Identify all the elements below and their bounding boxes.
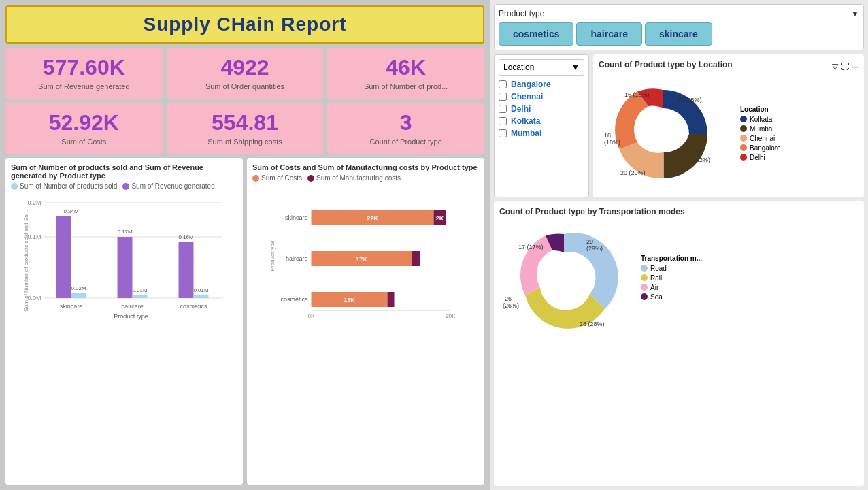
hbar-haircare-costs-label: 17K <box>356 256 367 263</box>
bar-label-skincare-revenue: 0.24M <box>63 208 79 214</box>
expand-icon[interactable]: ⛶ <box>841 62 849 71</box>
legend-color-revenue <box>122 183 129 190</box>
filter-icon[interactable]: ▽ <box>832 62 838 71</box>
bar-chart-svg: 0.2M 0.1M 0.0M Sum of Number of products… <box>11 193 237 329</box>
bar-haircare-revenue <box>118 237 133 298</box>
kpi-card-products: 46K Sum of Number of prod... <box>327 48 484 99</box>
location-label-mumbai: Mumbai <box>511 129 541 138</box>
donut1-label-mumbai2: (22%) <box>694 157 710 163</box>
bar-chart-container: 0.2M 0.1M 0.0M Sum of Number of products… <box>11 193 237 342</box>
bar-cosmetics-sold <box>194 295 209 298</box>
kpi-grid: 577.60K Sum of Revenue generated 4922 Su… <box>5 48 484 154</box>
donut1-label-delhi: 15 (15%) <box>624 91 650 98</box>
y-axis-label: 0.0M <box>27 295 41 301</box>
hbar-skincare-mfg-label: 2K <box>436 215 444 222</box>
x-label-haircare: haircare <box>121 303 144 310</box>
legend-item-revenue: Sum of Revenue generated <box>122 182 214 190</box>
kpi-card-product-type: 3 Count of Product type <box>327 103 484 154</box>
location-checkbox-mumbai[interactable] <box>499 129 507 137</box>
donut2-legend: Transportation m... Road Rail Air <box>641 255 702 303</box>
charts-row: Sum of Number of products sold and Sum o… <box>5 158 484 485</box>
legend-color-products-sold <box>11 183 18 190</box>
location-label-kolkata: Kolkata <box>511 116 540 126</box>
legend-item-products-sold: Sum of Number of products sold <box>11 182 117 190</box>
title-box: Supply CHain Report <box>5 5 484 44</box>
donut2-row: 29 (29%) 28 (28%) 26 (26%) 17 (17%) Tran… <box>499 220 858 336</box>
more-icon[interactable]: ··· <box>852 62 858 71</box>
donut1-label-mumbai: 22 <box>694 149 701 156</box>
dashboard: Supply CHain Report 577.60K Sum of Reven… <box>0 0 868 490</box>
kpi-value-revenue: 577.60K <box>12 56 156 80</box>
filter-btn-haircare[interactable]: haircare <box>576 22 641 46</box>
transport-panel: Count of Product type by Transportation … <box>494 201 864 486</box>
x-axis-title: Product type <box>114 313 148 320</box>
location-item-kolkata: Kolkata <box>499 115 584 127</box>
donut1-toolbar: ▽ ⛶ ··· <box>832 62 858 71</box>
chart1-panel: Sum of Number of products sold and Sum o… <box>5 158 243 485</box>
chart1-legend: Sum of Number of products sold Sum of Re… <box>11 182 237 190</box>
donut2-legend-title: Transportation m... <box>641 255 702 262</box>
donut1-legend-dot-chennai <box>740 135 747 142</box>
donut1-legend-label-chennai: Chennai <box>750 135 775 142</box>
donut1-svg: 25 (25%) 22 (22%) 20 (20%) 18 (18%) 15 (… <box>599 76 735 192</box>
location-checkbox-chennai[interactable] <box>499 93 507 101</box>
filter-btn-skincare[interactable]: skincare <box>645 22 712 46</box>
hbar-container: Product type skincare 22K 2K haircare <box>252 184 479 323</box>
donut1-legend-bangalore: Bangalore <box>740 144 781 152</box>
donut2-legend-air: Air <box>641 284 702 291</box>
bar-skincare-revenue <box>56 216 71 298</box>
donut2-legend-dot-sea <box>641 293 648 300</box>
location-checkbox-delhi[interactable] <box>499 105 507 113</box>
donut1-legend-dot-bangalore <box>740 144 747 151</box>
donut1-legend-chennai: Chennai <box>740 135 781 142</box>
kpi-card-shipping: 554.81 Sum of Shipping costs <box>167 103 324 154</box>
legend-color-mfg <box>307 175 314 182</box>
location-checkbox-kolkata[interactable] <box>499 117 507 125</box>
donut1-label-chennai: 20 (20%) <box>620 169 646 176</box>
donut2-legend-label-road: Road <box>650 265 667 272</box>
legend-item-costs: Sum of Costs <box>252 174 302 182</box>
donut1-legend-title: Location <box>740 105 781 113</box>
hbar-cosmetics-mfg <box>388 292 395 307</box>
y-axis-title: Sum of Number of products sold and Su... <box>23 210 29 312</box>
bar-label-cosmetics-revenue: 0.16M <box>178 234 194 240</box>
bar-label-haircare-sold: 0.01M <box>132 287 148 293</box>
x-axis-0k: 0K <box>308 313 315 319</box>
donut2-svg: 29 (29%) 28 (28%) 26 (26%) 17 (17%) <box>499 220 635 336</box>
y-axis-label: 0.2M <box>27 199 41 206</box>
donut2-legend-road: Road <box>641 265 702 272</box>
donut1-row: 25 (25%) 22 (22%) 20 (20%) 18 (18%) 15 (… <box>599 76 858 192</box>
y-axis-product-type: Product type <box>269 240 276 271</box>
donut2-label-air2: (26%) <box>503 302 519 309</box>
kpi-card-orders: 4922 Sum of Order quantities <box>167 48 324 99</box>
donut1-legend-kolkata: Kolkata <box>740 116 781 123</box>
middle-row: Location ▼ Bangalore Chennai Delhi <box>494 54 864 197</box>
kpi-label-shipping: Sum of Shipping costs <box>173 137 317 146</box>
location-label-chennai: Chennai <box>511 92 543 101</box>
filter-header: Product type ▼ <box>499 9 859 18</box>
location-checkbox-bangalore[interactable] <box>499 80 507 88</box>
y-axis-label: 0.1M <box>27 233 41 240</box>
donut1-legend-dot-mumbai <box>740 125 747 132</box>
donut2-label-rail: 28 (28%) <box>580 321 605 327</box>
chevron-down-icon: ▼ <box>851 9 859 18</box>
legend-color-costs <box>252 175 259 182</box>
bar-label-haircare-revenue: 0.17M <box>117 229 133 235</box>
kpi-card-revenue: 577.60K Sum of Revenue generated <box>5 48 163 99</box>
location-dropdown[interactable]: Location ▼ <box>499 59 584 76</box>
hbar-label-skincare: skincare <box>285 214 308 221</box>
location-items: Bangalore Chennai Delhi Kolkata <box>499 78 584 140</box>
hbar-cosmetics-costs-label: 13K <box>344 297 355 304</box>
donut1-legend-mumbai: Mumbai <box>740 125 781 133</box>
kpi-value-product-type: 3 <box>334 111 478 135</box>
donut2-label-road2: (29%) <box>586 245 603 252</box>
filter-buttons: cosmetics haircare skincare <box>499 22 859 46</box>
location-label: Location <box>503 63 534 72</box>
product-type-label: Product type <box>499 9 544 18</box>
kpi-label-orders: Sum of Order quantities <box>173 82 317 91</box>
bar-label-cosmetics-sold: 0.01M <box>193 287 209 293</box>
product-type-filter: Product type ▼ cosmetics haircare skinca… <box>494 4 864 50</box>
filter-btn-cosmetics[interactable]: cosmetics <box>499 22 573 46</box>
donut2-legend-label-air: Air <box>650 284 658 291</box>
donut2-legend-rail: Rail <box>641 274 702 282</box>
